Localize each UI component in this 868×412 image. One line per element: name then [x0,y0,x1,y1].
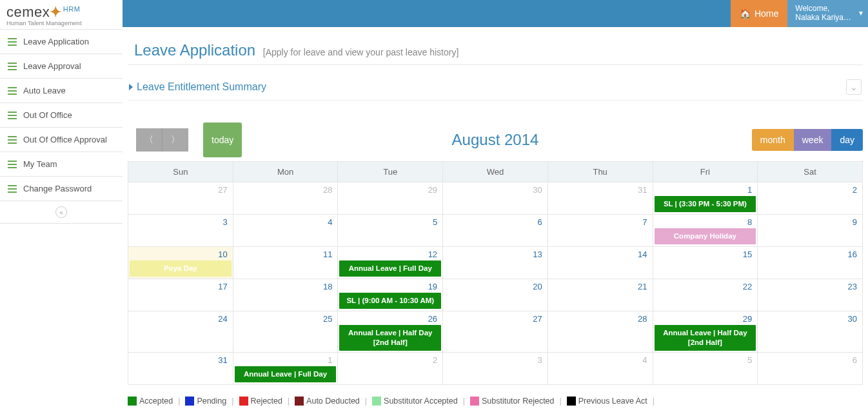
day-number: 2 [758,182,862,195]
calendar-cell[interactable]: 4 [233,215,338,247]
welcome-label: Welcome, [795,5,851,14]
calendar-cell[interactable]: 28 [233,182,338,215]
home-button[interactable]: 🏠 Home [731,0,787,27]
view-week[interactable]: week [794,129,832,151]
calendar-cell[interactable]: 7 [547,215,653,247]
calendar-cell[interactable]: 5 [338,215,443,247]
calendar-cell[interactable]: 19SL | (9:00 AM - 10:30 AM) [338,279,443,311]
calendar-cell[interactable]: 26Annual Leave | Half Day [2nd Half] [338,311,443,353]
sidebar-item-auto-leave[interactable]: Auto Leave [0,79,123,103]
logo: cemex✦HRM Human Talent Management [0,0,123,30]
sidebar-item-label: Auto Leave [23,86,66,95]
calendar-event[interactable]: Poya Day [130,260,232,277]
calendar-cell[interactable]: 11 [233,247,338,279]
view-day[interactable]: day [831,129,863,151]
entitlement-summary-toggle[interactable]: Leave Entitlement Summary ⌄ [128,74,863,101]
day-number: 24 [128,311,233,324]
sidebar-item-leave-approval[interactable]: Leave Approval [0,54,123,79]
calendar-cell[interactable]: 20 [443,279,548,311]
calendar-cell[interactable]: 5 [653,352,758,384]
calendar-cell[interactable]: 4 [547,352,653,384]
day-number: 1 [653,182,758,195]
day-number: 5 [653,353,758,365]
calendar-cell[interactable]: 30 [758,311,863,353]
calendar-cell[interactable]: 31 [128,352,233,384]
next-button[interactable]: 〉 [162,128,188,152]
calendar-cell[interactable]: 29Annual Leave | Half Day [2nd Half] [653,311,758,353]
calendar-cell[interactable]: 2 [758,182,863,215]
sidebar-collapse-button[interactable]: « [0,201,123,224]
calendar-event[interactable]: Annual Leave | Full Day [339,260,441,277]
calendar-cell[interactable]: 6 [443,215,548,247]
legend-swatch [372,397,381,406]
chevron-down-icon[interactable]: ⌄ [846,79,862,95]
calendar-cell[interactable]: 8Company Holiday [653,215,758,247]
day-number: 21 [548,279,653,291]
calendar-event[interactable]: Annual Leave | Half Day [2nd Half] [339,325,441,351]
legend-item: Auto Deducted [295,397,360,406]
calendar-cell[interactable]: 24 [128,311,233,353]
day-number: 5 [338,215,442,227]
day-number: 28 [233,182,338,195]
calendar-cell[interactable]: 31 [547,182,653,215]
calendar-cell[interactable]: 15 [653,247,758,279]
calendar-toolbar: 〈 〉 today August 2014 month week day [128,123,863,157]
calendar-cell[interactable]: 10Poya Day [128,247,233,279]
calendar-event[interactable]: Annual Leave | Half Day [2nd Half] [655,325,756,351]
legend: Accepted | Pending | Rejected | Auto Ded… [128,397,863,406]
day-number: 6 [758,353,862,365]
calendar-cell[interactable]: 2 [338,352,443,384]
calendar-cell[interactable]: 23 [758,279,863,311]
day-number: 27 [128,182,233,195]
calendar-cell[interactable]: 30 [443,182,548,215]
sidebar-item-out-of-office-approval[interactable]: Out Of Office Approval [0,128,123,152]
sidebar-item-out-of-office[interactable]: Out Of Office [0,103,123,128]
calendar-cell[interactable]: 9 [758,215,863,247]
user-name: Nalaka Kariya… [795,14,851,23]
today-button[interactable]: today [203,123,242,157]
sidebar-item-my-team[interactable]: My Team [0,152,123,177]
chevron-left-icon: 〈 [144,134,153,144]
calendar-cell[interactable]: 12Annual Leave | Full Day [338,247,443,279]
calendar-cell[interactable]: 3 [443,352,548,384]
calendar-cell[interactable]: 29 [338,182,443,215]
calendar-cell[interactable]: 13 [443,247,548,279]
brand-tagline: Human Talent Management [6,19,116,26]
day-number: 20 [443,279,547,291]
calendar-cell[interactable]: 14 [547,247,653,279]
page-title: Leave Application [134,41,255,59]
calendar-cell[interactable]: 6 [758,352,863,384]
calendar-cell[interactable]: 22 [653,279,758,311]
day-number: 15 [653,247,758,259]
calendar-event[interactable]: SL | (9:00 AM - 10:30 AM) [339,293,441,309]
sidebar-item-leave-application[interactable]: Leave Application [0,30,123,54]
user-menu[interactable]: Welcome, Nalaka Kariya… ▾ [787,0,868,27]
calendar-cell[interactable]: 28 [547,311,653,353]
calendar-cell[interactable]: 1SL | (3:30 PM - 5:30 PM) [653,182,758,215]
calendar-event[interactable]: Company Holiday [655,228,756,244]
dow-header: Sun [128,162,233,182]
calendar-cell[interactable]: 27 [128,182,233,215]
chevron-right-icon: 〉 [171,134,180,144]
legend-swatch [470,397,479,406]
calendar-cell[interactable]: 16 [758,247,863,279]
day-number: 23 [758,279,862,291]
calendar-cell[interactable]: 3 [128,215,233,247]
calendar-grid: SunMonTueWedThuFriSat 27282930311SL | (3… [128,161,863,385]
day-number: 27 [443,311,547,324]
day-number: 17 [128,279,233,291]
calendar-cell[interactable]: 25 [233,311,338,353]
day-number: 19 [338,279,442,291]
calendar-event[interactable]: Annual Leave | Full Day [235,366,337,382]
prev-button[interactable]: 〈 [136,128,162,152]
sidebar-item-change-password[interactable]: Change Password [0,177,123,201]
calendar-cell[interactable]: 17 [128,279,233,311]
brand-name: cemex [6,4,50,20]
view-month[interactable]: month [752,129,794,151]
calendar-cell[interactable]: 21 [547,279,653,311]
day-number: 29 [653,311,758,324]
calendar-cell[interactable]: 1Annual Leave | Full Day [233,352,338,384]
calendar-event[interactable]: SL | (3:30 PM - 5:30 PM) [655,196,756,212]
calendar-cell[interactable]: 27 [443,311,548,353]
calendar-cell[interactable]: 18 [233,279,338,311]
